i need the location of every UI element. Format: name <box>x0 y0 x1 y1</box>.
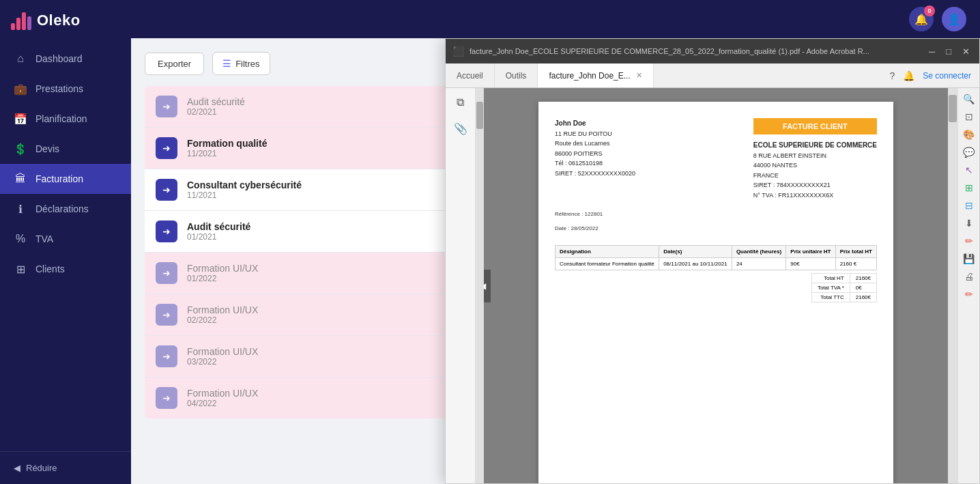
pdf-vertical-scrollbar[interactable] <box>948 88 957 483</box>
help-icon[interactable]: ? <box>889 70 895 81</box>
total-value: 2160€ <box>850 273 876 283</box>
facture-badge-area: FACTURE CLIENT ECOLE SUPERIEURE DE COMME… <box>753 118 877 200</box>
planification-icon: 📅 <box>14 112 27 126</box>
filter-icon: ☰ <box>222 58 231 69</box>
tab-file[interactable]: facture_John Doe_E... ✕ <box>538 63 653 87</box>
pdf-tabbar-tools: ? 🔔 Se connecter <box>881 63 979 87</box>
export-button[interactable]: Exporter <box>145 53 204 75</box>
close-button[interactable]: ✕ <box>960 46 972 57</box>
table-cell: 90€ <box>786 257 835 270</box>
invoice-arrow-btn[interactable]: ➜ <box>156 304 177 326</box>
table-icon[interactable]: ⊞ <box>965 182 973 193</box>
sidebar-item-label-declarations: Déclarations <box>35 203 89 214</box>
notifications-button[interactable]: 🔔 0 <box>909 7 934 31</box>
sidebar-item-devis[interactable]: 💲 Devis <box>0 134 131 164</box>
pdf-scroll-thumb <box>476 102 483 129</box>
sender-siret: SIRET : 52XXXXXXXXX0020 <box>555 169 635 178</box>
eraser-icon[interactable]: ✏ <box>965 289 973 300</box>
sidebar-item-tva[interactable]: % TVA <box>0 224 131 254</box>
zoom-icon[interactable]: 🔍 <box>963 94 975 104</box>
tabbar-bell-icon[interactable]: 🔔 <box>903 70 914 81</box>
comment-icon[interactable]: 💬 <box>963 147 975 158</box>
cursor-icon[interactable]: ↖ <box>965 165 973 175</box>
pdf-file-icon: ⬛ <box>452 46 464 57</box>
table-header: Date(s) <box>659 245 732 257</box>
table-header: Prix unitaire HT <box>786 245 835 257</box>
top-header: 🔔 0 👤 <box>131 0 980 38</box>
content-area: Exporter ☰ Filtres ➜ Audit sécurité 02/2… <box>131 38 980 484</box>
main-content: 🔔 0 👤 Exporter ☰ Filtres ➜ Audit sécurit… <box>131 0 980 484</box>
tab-outils[interactable]: Outils <box>495 63 538 87</box>
filter-button[interactable]: ☰ Filtres <box>212 52 270 75</box>
pdf-overlay: ⬛ facture_John Doe_ECOLE SUPERIEURE DE C… <box>445 38 980 484</box>
scan-icon[interactable]: ⊡ <box>965 111 973 122</box>
invoice-arrow-btn[interactable]: ➜ <box>156 96 177 117</box>
print-icon[interactable]: 🖨 <box>964 271 974 282</box>
table-cell: 08/11/2021 au 10/11/2021 <box>659 257 732 270</box>
sidebar-item-label-tva: TVA <box>35 233 53 244</box>
compare-icon[interactable]: ⊟ <box>965 200 973 211</box>
filter-label: Filtres <box>235 59 259 69</box>
tab-close-icon[interactable]: ✕ <box>636 71 642 80</box>
sidebar-item-prestations[interactable]: 💼 Prestations <box>0 74 131 104</box>
sidebar-item-facturation[interactable]: 🏛 Facturation <box>0 164 131 194</box>
sidebar-item-dashboard[interactable]: ⌂ Dashboard <box>0 44 131 74</box>
total-value: 0€ <box>850 283 876 292</box>
sender-city: 86000 POITIERS <box>555 149 635 158</box>
table-row: Consultant formateur Formation qualité08… <box>556 257 877 270</box>
recipient-info: ECOLE SUPERIEURE DE COMMERCE 8 RUE ALBER… <box>753 140 877 200</box>
sidebar-item-declarations[interactable]: ℹ Déclarations <box>0 194 131 224</box>
sidebar-item-label-clients: Clients <box>35 264 65 274</box>
logo-bar-2 <box>16 18 20 30</box>
restore-button[interactable]: □ <box>943 46 954 57</box>
copy-icon[interactable]: ⧉ <box>454 94 467 111</box>
pdf-nav-left-arrow[interactable]: ◀ <box>484 270 491 302</box>
save-icon[interactable]: 💾 <box>963 253 975 264</box>
clients-icon: ⊞ <box>14 262 27 276</box>
recipient-tva: N° TVA : FR11XXXXXXXX6X <box>753 190 877 200</box>
sidebar-item-label-dashboard: Dashboard <box>35 53 83 64</box>
invoice-arrow-btn[interactable]: ➜ <box>156 137 177 159</box>
sidebar-nav: ⌂ Dashboard 💼 Prestations 📅 Planificatio… <box>0 38 131 451</box>
pdf-left-tools: ⧉ 📎 <box>446 88 476 483</box>
total-row: Total TTC 2160€ <box>811 292 876 302</box>
sidebar-reduce-btn[interactable]: ◀ Réduire <box>0 451 131 484</box>
sidebar-item-planification[interactable]: 📅 Planification <box>0 104 131 134</box>
invoice-arrow-btn[interactable]: ➜ <box>156 262 177 284</box>
tva-icon: % <box>14 232 27 246</box>
sidebar-item-label-devis: Devis <box>35 143 59 154</box>
recipient-city: 44000 NANTES <box>753 160 877 170</box>
download-icon[interactable]: ⬇ <box>965 218 973 229</box>
user-profile-button[interactable]: 👤 <box>942 7 966 31</box>
invoice-arrow-btn[interactable]: ➜ <box>156 179 177 201</box>
facturation-icon: 🏛 <box>14 172 27 186</box>
invoice-date: Date : 28/05/2022 <box>555 225 877 231</box>
tab-accueil[interactable]: Accueil <box>446 63 495 87</box>
pdf-page: John Doe 11 RUE DU POITOU Route des Luca… <box>538 102 893 483</box>
sidebar-item-clients[interactable]: ⊞ Clients <box>0 254 131 284</box>
color-icon[interactable]: 🎨 <box>963 129 975 140</box>
total-row: Total HT 2160€ <box>811 273 876 283</box>
tab-file-label: facture_John Doe_E... <box>549 71 630 81</box>
attachment-icon[interactable]: 📎 <box>451 119 470 138</box>
pencil-icon[interactable]: ✏ <box>965 236 973 246</box>
tab-outils-label: Outils <box>506 71 527 81</box>
logo-bar-4 <box>27 16 31 30</box>
recipient-siret: SIRET : 784XXXXXXXXX21 <box>753 180 877 190</box>
logo-bar-1 <box>11 23 15 30</box>
table-header: Quantité (heures) <box>732 245 786 257</box>
invoice-arrow-btn[interactable]: ➜ <box>156 387 177 409</box>
table-header: Prix total HT <box>835 245 876 257</box>
invoice-arrow-btn[interactable]: ➜ <box>156 220 177 242</box>
pdf-scroll-left[interactable] <box>476 88 484 483</box>
sender-name: John Doe <box>555 118 635 129</box>
total-row: Total TVA * 0€ <box>811 283 876 292</box>
invoice-arrow-btn[interactable]: ➜ <box>156 345 177 367</box>
connect-button[interactable]: Se connecter <box>923 71 971 81</box>
pdf-vertical-thumb <box>949 95 957 122</box>
pdf-titlebar: ⬛ facture_John Doe_ECOLE SUPERIEURE DE C… <box>446 39 979 63</box>
totals-table: Total HT 2160€ Total TVA * 0€ Total TTC … <box>811 273 877 302</box>
minimize-button[interactable]: ─ <box>926 46 938 57</box>
sidebar-item-label-prestations: Prestations <box>35 83 83 94</box>
pdf-window-title: facture_John Doe_ECOLE SUPERIEURE DE COM… <box>470 47 921 55</box>
